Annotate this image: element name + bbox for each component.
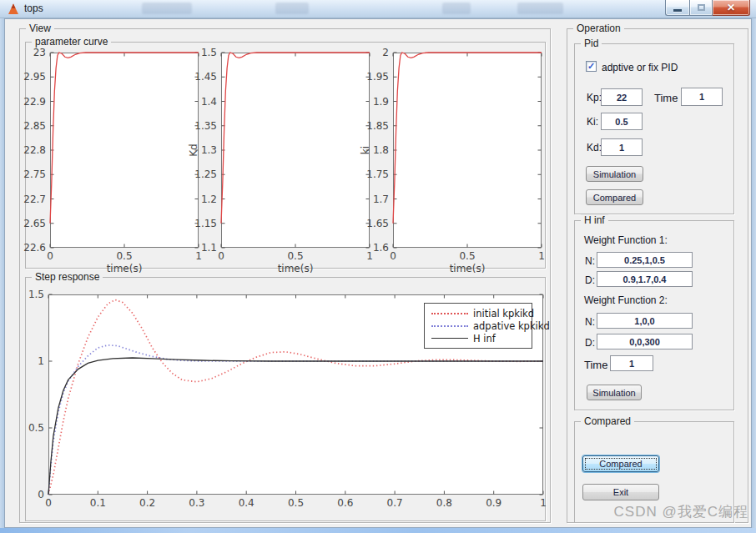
- svg-text:1.1: 1.1: [201, 242, 217, 254]
- compared-panel-label: Compared: [581, 415, 634, 427]
- titlebar-decoration: [442, 3, 471, 14]
- maximize-button[interactable]: [689, 0, 713, 16]
- svg-text:1.9: 1.9: [373, 96, 389, 108]
- svg-text:0: 0: [47, 250, 53, 262]
- window-frame-right: [752, 18, 756, 528]
- n2-label: N:: [585, 316, 595, 328]
- time-input[interactable]: [681, 88, 723, 106]
- parameter-curve-panel: parameter curve 00.5122.62.6522.72.7522.…: [25, 42, 546, 269]
- weight-function-1-label: Weight Function 1:: [584, 234, 668, 246]
- title-bar[interactable]: tops ✕: [0, 0, 756, 18]
- window-controls: ✕: [665, 0, 750, 16]
- view-panel-label: View: [26, 23, 54, 34]
- svg-text:1.8: 1.8: [373, 144, 389, 156]
- ki-input[interactable]: [601, 113, 643, 130]
- ki-parameter-chart: 00.511.61.651.71.751.81.851.91.952time(s…: [393, 53, 542, 248]
- svg-text:2.65: 2.65: [23, 218, 46, 229]
- svg-text:0.7: 0.7: [387, 497, 403, 509]
- hinf-panel: H inf Weight Function 1: N: D: Weight Fu…: [574, 220, 734, 410]
- svg-text:0.5: 0.5: [288, 497, 304, 509]
- hinf-simulation-button[interactable]: Simulation: [587, 385, 642, 400]
- step-response-panel: Step response initial kpkikd adpative kp…: [25, 277, 546, 521]
- svg-text:1.15: 1.15: [194, 218, 217, 229]
- svg-text:0.8: 0.8: [436, 497, 452, 509]
- svg-text:time(s): time(s): [107, 263, 143, 274]
- kp-parameter-chart: 00.5122.62.6522.72.7522.82.8522.92.9523t…: [50, 53, 199, 248]
- window-title: tops: [24, 3, 43, 14]
- svg-text:0.1: 0.1: [90, 497, 106, 509]
- svg-text:22.7: 22.7: [23, 194, 46, 205]
- svg-text:0.5: 0.5: [287, 250, 303, 262]
- svg-text:2: 2: [382, 47, 389, 58]
- chart-legend: initial kpkikd adpative kpkikd H inf: [424, 303, 532, 349]
- adaptive-pid-checkbox-label[interactable]: adptive or fix PID: [602, 62, 678, 73]
- legend-entry: H inf: [431, 332, 527, 344]
- hinf-panel-label: H inf: [581, 214, 608, 226]
- minimize-button[interactable]: [665, 0, 689, 16]
- kd-parameter-chart: 00.511.11.151.21.251.31.351.41.451.5time…: [221, 53, 370, 248]
- n1-label: N:: [585, 255, 595, 267]
- weight-function-2-label: Weight Function 2:: [584, 294, 668, 306]
- close-icon: ✕: [727, 1, 735, 15]
- svg-text:22.9: 22.9: [23, 96, 46, 108]
- kd-label: Kd:: [587, 142, 602, 153]
- svg-text:1.7: 1.7: [373, 194, 389, 205]
- svg-text:0: 0: [38, 489, 44, 500]
- black-solid-line-sample: [431, 338, 468, 339]
- close-button[interactable]: ✕: [713, 0, 750, 16]
- svg-text:22.8: 22.8: [23, 144, 46, 156]
- svg-text:0.4: 0.4: [239, 497, 255, 509]
- svg-text:1: 1: [38, 355, 44, 367]
- csdn-watermark: CSDN @我爱C编程: [614, 502, 748, 521]
- wf1-denominator-input[interactable]: [597, 271, 693, 287]
- svg-text:Kd: Kd: [188, 143, 199, 157]
- pid-simulation-button[interactable]: Simulation: [586, 166, 643, 182]
- titlebar-decoration: [142, 3, 192, 14]
- svg-text:1.35: 1.35: [194, 120, 217, 132]
- svg-text:1.5: 1.5: [28, 289, 44, 300]
- svg-text:1: 1: [366, 250, 373, 262]
- svg-text:2.75: 2.75: [23, 168, 46, 180]
- d1-label: D:: [585, 274, 595, 286]
- titlebar-decoration: [517, 3, 563, 14]
- svg-text:1.2: 1.2: [201, 194, 217, 205]
- svg-text:0.6: 0.6: [337, 497, 353, 509]
- svg-text:1.4: 1.4: [201, 96, 217, 108]
- legend-entry: initial kpkikd: [431, 307, 527, 319]
- svg-text:0.2: 0.2: [139, 497, 155, 509]
- step-response-label: Step response: [32, 271, 103, 283]
- svg-text:time(s): time(s): [278, 263, 314, 274]
- svg-text:1: 1: [538, 250, 545, 262]
- svg-text:0.9: 0.9: [486, 497, 501, 509]
- pid-panel: Pid ✓ adptive or fix PID Kp: Time Ki: Kd…: [574, 43, 734, 214]
- svg-text:2.95: 2.95: [23, 71, 46, 83]
- view-panel: View parameter curve 00.5122.62.6522.72.…: [19, 28, 551, 523]
- matlab-app-icon: [8, 3, 19, 15]
- parameter-curve-label: parameter curve: [32, 36, 111, 48]
- svg-text:0.5: 0.5: [116, 250, 132, 262]
- operation-panel-label: Operation: [573, 23, 624, 34]
- wf2-denominator-input[interactable]: [597, 334, 693, 349]
- svg-text:2.85: 2.85: [23, 120, 46, 132]
- hinf-time-input[interactable]: [610, 355, 653, 371]
- pid-compared-button[interactable]: Compared: [586, 189, 643, 205]
- time-label: Time: [654, 92, 678, 104]
- svg-text:time(s): time(s): [450, 263, 486, 274]
- svg-text:1.95: 1.95: [366, 71, 389, 83]
- svg-text:22.6: 22.6: [23, 242, 46, 254]
- svg-text:1.65: 1.65: [366, 218, 389, 229]
- legend-entry: adpative kpkikd: [431, 319, 527, 332]
- wf2-numerator-input[interactable]: [597, 313, 693, 329]
- svg-text:ki: ki: [360, 146, 371, 154]
- kd-input[interactable]: [601, 138, 643, 156]
- checkbox-check-icon: ✓: [587, 62, 595, 71]
- svg-text:1.75: 1.75: [366, 168, 389, 180]
- wf1-numerator-input[interactable]: [597, 252, 693, 268]
- adaptive-pid-checkbox[interactable]: ✓: [586, 61, 597, 72]
- window-frame-bottom: [0, 528, 756, 533]
- compared-button[interactable]: Compared: [582, 455, 659, 472]
- blue-dotted-line-sample: [431, 325, 468, 327]
- red-dotted-line-sample: [431, 313, 468, 314]
- kp-input[interactable]: [601, 88, 643, 106]
- exit-button[interactable]: Exit: [582, 484, 659, 500]
